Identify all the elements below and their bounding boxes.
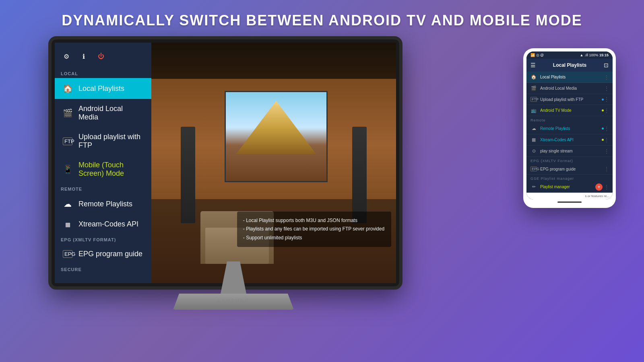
phone-gse-section-label: GSE Playlist manager [526,175,613,181]
section-epg-label: EPG (XMLTV FORMAT) [55,234,151,244]
section-secure-label: SECURE [55,264,151,274]
phone-item-epg[interactable]: EPG EPG program guide ⋮ [526,164,613,175]
phone-item-single-stream[interactable]: ⊙ play single stream ⋮ [526,146,613,157]
status-left: 📶 ◎ @ [530,53,544,57]
section-remote-label: REMOTE [55,183,151,193]
phone-tv-icon: 📺 [530,108,537,113]
sidebar-item-remote-playlists[interactable]: ☁ Remote Playlists [55,193,151,214]
phone-item-xtream[interactable]: ▦ Xtream-Codes API ⋮ [526,134,613,146]
phone-tv-mode-label: Android TV Mode [540,108,572,113]
phone-item-tv-mode[interactable]: 📺 Android TV Mode ⋮ [526,105,613,116]
speaker-left [181,127,195,223]
phone-menu-dots-3: ⋮ [604,96,609,103]
status-right: ▲ .ıll 100% 15:15 [580,53,609,57]
phone-epg-section-label: EPG (XMLTV Format) [526,157,613,164]
phone-android-media-label: Android Local Media [540,86,577,90]
phone-home-indicator [557,202,582,203]
phone-stream-icon: ⊙ [530,148,537,154]
mobile-mode-label: Mobile (Touch Screen) Mode [78,161,143,178]
sidebar-item-mobile-mode[interactable]: 📱 Mobile (Touch Screen) Mode [55,155,151,183]
phone-menu-dots-8: ⋮ [604,166,609,172]
phone-menu-dots-6: ⋮ [604,137,609,143]
mobile-icon: 📱 [63,165,72,174]
tv-container: ⚙ ℹ ⏻ LOCAL 🏠 Local Playlists 🎬 Android … [48,36,419,334]
epg-label: EPG program guide [78,250,142,258]
tv-frame: ⚙ ℹ ⏻ LOCAL 🏠 Local Playlists 🎬 Android … [48,36,402,290]
sidebar-item-xtream[interactable]: ▦ Xtream-Codes API [55,214,151,234]
phone-ftp-label: Upload playlist with FTP [540,97,583,102]
phone-add-button[interactable]: + [595,183,603,191]
phone-edit-icon: ✏ [530,184,537,189]
feature-line-2: - Playlists and any files can be importe… [243,226,384,232]
speaker-right [352,127,367,223]
ftp-icon: FTP [63,138,72,145]
phone-menu-dots-5: ⋮ [604,125,609,132]
page-title: DYNAMICALLY SWITCH BETWEEN ANDROID TV AN… [0,0,644,29]
mountain-shape [236,101,316,154]
phone-playlist-manager-label: Playlist manager [540,185,570,189]
settings-icon[interactable]: ⚙ [61,51,72,62]
info-icon[interactable]: ℹ [78,51,89,62]
local-playlists-label: Local Playlists [78,84,124,93]
tv-sidebar: ⚙ ℹ ⏻ LOCAL 🏠 Local Playlists 🎬 Android … [55,43,151,283]
phone-frame: 📶 ◎ @ ▲ .ıll 100% 15:15 ☰ Local Playlist… [523,48,616,208]
phone-item-android-media[interactable]: 🎬 Android Local Media ⋮ [526,83,613,94]
power-icon[interactable]: ⏻ [95,51,107,62]
phone-local-playlists-label: Local Playlists [540,75,566,79]
phone-epg-icon: EPG [530,167,537,171]
media-icon: 🎬 [63,108,72,118]
phone-item-remote-playlists[interactable]: ☁ Remote Playlists ⋮ [526,123,613,134]
phone-menu-dots-7: ⋮ [604,148,609,154]
section-local-label: LOCAL [55,68,151,78]
feature-text-overlay: - Local Playlist supports both M3U and J… [237,212,391,247]
phone-xtream-icon: ▦ [530,137,537,142]
feature-line-1: - Local Playlist supports both M3U and J… [243,218,357,223]
tv-brand: SAMSUNG [217,298,250,304]
remote-playlists-label: Remote Playlists [78,200,132,208]
hamburger-icon[interactable]: ☰ [530,62,536,68]
phone-menu-dots-9: ⋮ [604,184,609,190]
android-media-label: Android Local Media [78,105,143,121]
feature-line-3: - Support unlimited playlists [243,235,302,241]
phone-menu-dots-2: ⋮ [604,85,609,92]
ftp-label: Upload playlist with FTP [78,133,143,150]
phone-single-stream-label: play single stream [540,149,573,153]
sidebar-item-local-playlists[interactable]: 🏠 Local Playlists [55,78,151,99]
phone-toolbar: ☰ Local Playlists ⊡ [526,59,613,72]
sidebar-icons-row: ⚙ ℹ ⏻ [55,49,151,68]
sidebar-item-ftp[interactable]: FTP Upload playlist with FTP [55,127,151,155]
phone-epg-label: EPG program guide [540,167,576,171]
home-icon: 🏠 [63,84,72,93]
tv-content: - Local Playlist supports both M3U and J… [151,43,396,283]
tv-screen: ⚙ ℹ ⏻ LOCAL 🏠 Local Playlists 🎬 Android … [55,43,396,283]
phone-menu-dots-1: ⋮ [604,74,609,80]
phone-remote-playlists-label: Remote Playlists [540,126,570,131]
phone-remote-section-label: Remote [526,116,613,123]
xtream-label: Xtream-Codes API [78,220,138,228]
phone-ftp-icon: FTP [530,97,537,102]
xtream-icon: ▦ [63,221,72,228]
phone-screen: 📶 ◎ @ ▲ .ıll 100% 15:15 ☰ Local Playlist… [526,51,613,200]
cloud-icon: ☁ [63,199,72,209]
screen-in-room [225,91,327,182]
phone-container: 📶 ◎ @ ▲ .ıll 100% 15:15 ☰ Local Playlist… [523,48,620,208]
phone-cloud-icon: ☁ [530,126,537,131]
phone-home-icon: 🏠 [530,74,537,80]
sidebar-item-epg[interactable]: EPG EPG program guide [55,244,151,264]
phone-item-local-playlists[interactable]: 🏠 Local Playlists ⋮ [526,72,613,83]
phone-menu-dots-4: ⋮ [604,107,609,114]
room-background: - Local Playlist supports both M3U and J… [151,43,396,283]
mountain-bg [226,92,326,181]
phone-status-bar: 📶 ◎ @ ▲ .ıll 100% 15:15 [526,51,613,59]
phone-toolbar-title: Local Playlists [553,62,586,68]
sidebar-item-android-media[interactable]: 🎬 Android Local Media [55,99,151,127]
epg-icon: EPG [63,250,72,258]
phone-bottom-text: s or features re... [526,193,613,200]
cast-icon[interactable]: ⊡ [604,62,609,68]
phone-item-upload-ftp[interactable]: FTP Upload playlist with FTP ⋮ [526,94,613,105]
phone-xtream-label: Xtream-Codes API [540,138,574,142]
phone-item-playlist-manager[interactable]: ✏ Playlist manager + ⋮ [526,181,613,193]
phone-media-icon: 🎬 [530,86,537,91]
